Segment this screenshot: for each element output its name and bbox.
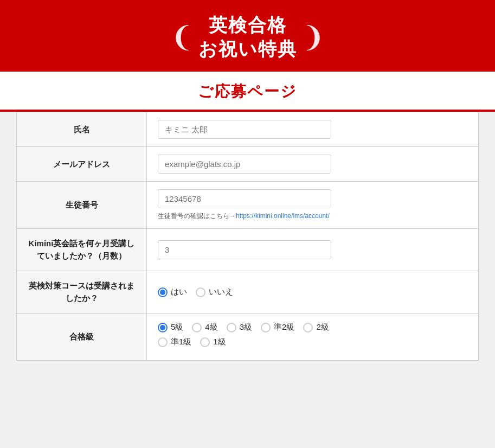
eiken-course-radio-group: はい いいえ [158, 287, 233, 297]
application-form: 氏名 メールアドレス 生徒番号 生徒番号の確認はこちら→https://kimi… [16, 112, 479, 361]
level-pre1-label: 準1級 [171, 337, 191, 347]
level-2-circle [303, 323, 313, 332]
pass-level-row: 合格級 5級 4級 3級 準2級 [17, 313, 478, 360]
months-field [147, 229, 478, 271]
level-3[interactable]: 3級 [227, 322, 252, 332]
level-5[interactable]: 5級 [158, 322, 183, 332]
radio-yes-label: はい [171, 287, 187, 297]
radio-no-label: いいえ [209, 287, 233, 297]
level-pre1[interactable]: 準1級 [158, 337, 191, 347]
eiken-course-yes[interactable]: はい [158, 287, 187, 297]
level-3-label: 3級 [240, 322, 252, 332]
pass-level-field: 5級 4級 3級 準2級 2級 [147, 313, 478, 360]
name-field [147, 112, 478, 146]
student-id-field: 生徒番号の確認はこちら→https://kimini.online/lms/ac… [147, 182, 478, 228]
student-id-row: 生徒番号 生徒番号の確認はこちら→https://kimini.online/l… [17, 182, 478, 229]
pass-level-label: 合格級 [17, 313, 147, 360]
email-field [147, 147, 478, 181]
level-2[interactable]: 2級 [303, 322, 329, 332]
name-input[interactable] [158, 120, 331, 139]
level-5-label: 5級 [171, 322, 183, 332]
student-id-link[interactable]: https://kimini.online/lms/account/ [236, 212, 330, 220]
student-id-hint: 生徒番号の確認はこちら→https://kimini.online/lms/ac… [158, 212, 330, 221]
radio-yes-circle [158, 287, 168, 297]
pass-level-radio-row2: 準1級 1級 [158, 337, 226, 347]
months-row: Kimini英会話を何ヶ月受講していましたか？（月数） [17, 229, 478, 271]
email-row: メールアドレス [17, 147, 478, 182]
level-5-circle [158, 323, 168, 332]
eiken-course-label: 英検対策コースは受講されましたか？ [17, 271, 147, 313]
badge-title-line2: お祝い特典 [198, 37, 297, 61]
months-input[interactable] [158, 240, 331, 259]
name-row: 氏名 [17, 112, 478, 147]
eiken-course-row: 英検対策コースは受講されましたか？ はい いいえ [17, 271, 478, 313]
badge-title-line1: 英検合格 [198, 13, 297, 37]
student-id-label: 生徒番号 [17, 182, 147, 228]
eiken-course-no[interactable]: いいえ [196, 287, 233, 297]
laurel-right-icon: ❩ [301, 23, 325, 51]
level-pre2[interactable]: 準2級 [261, 322, 294, 332]
level-1[interactable]: 1級 [200, 337, 226, 347]
eiken-course-field: はい いいえ [147, 271, 478, 313]
level-1-circle [200, 337, 210, 347]
level-4[interactable]: 4級 [192, 322, 217, 332]
pass-level-radio-row1: 5級 4級 3級 準2級 2級 [158, 322, 329, 332]
months-label: Kimini英会話を何ヶ月受講していましたか？（月数） [17, 229, 147, 271]
email-input[interactable] [158, 155, 331, 174]
level-pre2-circle [261, 323, 271, 332]
laurel-left-icon: ❨ [170, 23, 194, 51]
radio-no-circle [196, 287, 205, 297]
level-pre1-circle [158, 337, 168, 347]
page-subtitle: ご応募ページ [0, 72, 495, 110]
email-label: メールアドレス [17, 147, 147, 181]
level-3-circle [227, 323, 236, 332]
student-id-input[interactable] [158, 189, 331, 208]
name-label: 氏名 [17, 112, 147, 146]
level-1-label: 1級 [213, 337, 226, 347]
level-pre2-label: 準2級 [274, 322, 294, 332]
level-4-circle [192, 323, 202, 332]
level-4-label: 4級 [205, 322, 217, 332]
level-2-label: 2級 [316, 322, 329, 332]
